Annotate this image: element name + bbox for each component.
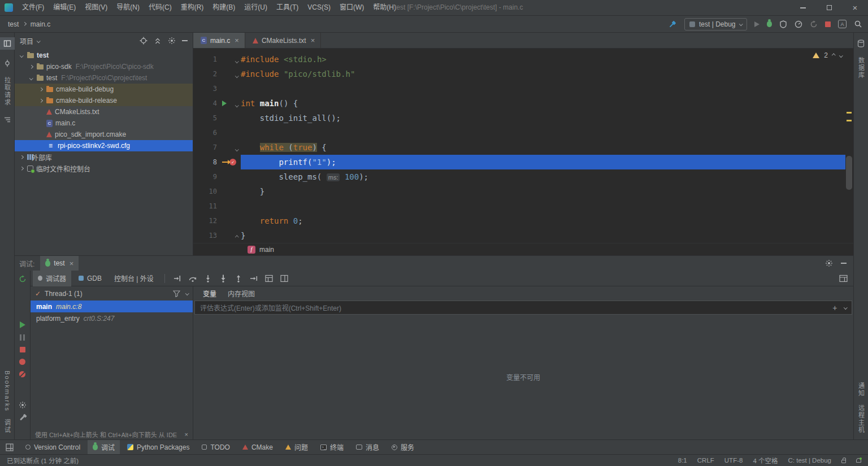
fold-icon[interactable] (236, 143, 238, 152)
editor-tab[interactable]: main.c× (193, 33, 245, 48)
tool-window-button-vc[interactable]: Version Control (20, 440, 85, 455)
fold-icon[interactable] (236, 69, 238, 79)
tree-item[interactable]: pico-sdkF:\Project\Pico\C\pico-sdk (15, 61, 193, 72)
tool-pull-requests-button[interactable]: 拉取请求 (3, 77, 12, 106)
menu-item[interactable]: 窗口(W) (335, 0, 368, 15)
menu-item[interactable]: VCS(S) (303, 0, 335, 15)
pause-program-icon[interactable] (20, 334, 25, 341)
variables-tab[interactable]: 变量 (198, 289, 222, 298)
tool-window-button-cmk[interactable]: CMake (237, 440, 278, 455)
build-hammer-icon[interactable] (668, 20, 677, 29)
collapse-all-icon[interactable] (154, 37, 162, 45)
tool-database-button[interactable] (854, 37, 868, 50)
search-everywhere-button[interactable] (854, 20, 862, 28)
close-tip-icon[interactable]: × (185, 431, 188, 438)
tree-item[interactable]: test (15, 50, 193, 61)
tool-commit-button[interactable] (0, 57, 15, 69)
tree-toggle-icon[interactable] (37, 99, 45, 102)
debug-toolbar-tab[interactable]: 调试器 (33, 271, 71, 286)
tool-window-button-term[interactable]: 终端 (315, 440, 349, 455)
fold-icon[interactable] (236, 55, 238, 64)
notifications-bell-icon[interactable] (856, 458, 861, 463)
tool-window-button-svc[interactable]: 服务 (387, 440, 419, 455)
tree-item[interactable]: 外部库 (15, 151, 193, 163)
stop-icon[interactable] (20, 347, 25, 352)
chevron-down-icon[interactable] (37, 39, 40, 42)
tree-item[interactable]: CMakeLists.txt (15, 106, 193, 117)
hide-panel-icon[interactable] (841, 263, 847, 264)
tool-debug-button[interactable]: 调试 (3, 419, 12, 434)
code-line[interactable]: 12 return 0; (193, 214, 845, 228)
layout-settings-button[interactable] (839, 275, 848, 282)
code-line[interactable]: 2#include "pico/stdlib.h" (193, 67, 845, 81)
debug-toolbar-tab[interactable]: 控制台 | 外设 (109, 271, 159, 286)
tree-toggle-icon[interactable] (18, 167, 25, 170)
run-button[interactable] (754, 21, 760, 27)
tool-structure-button[interactable] (0, 114, 15, 126)
code-line[interactable]: 8✓ printf("1"); (193, 155, 845, 169)
thread-selector[interactable]: ✓ Thread-1 (1) (31, 286, 193, 300)
indent-size[interactable]: 4 个空格 (753, 456, 778, 465)
next-issue-icon[interactable] (839, 54, 843, 57)
tree-toggle-icon[interactable] (28, 77, 35, 80)
minimize-button[interactable] (790, 0, 816, 15)
debug-settings-gear-icon[interactable] (19, 401, 27, 409)
code-line[interactable]: 3 (193, 81, 845, 96)
maximize-button[interactable] (816, 0, 842, 15)
step-into-button[interactable] (201, 272, 215, 285)
tool-window-button-msg[interactable]: 消息 (351, 440, 384, 455)
tree-item[interactable]: cmake-build-release (15, 95, 193, 106)
rerun-button[interactable] (810, 20, 818, 28)
code-line[interactable]: 9 sleep_ms( ms: 100); (193, 169, 845, 184)
line-ending[interactable]: CRLF (697, 457, 714, 464)
tool-window-button-warn[interactable]: 问题 (280, 440, 313, 455)
fold-icon[interactable] (236, 231, 238, 240)
tool-window-button-bug[interactable]: 调试 (88, 440, 120, 455)
fold-icon[interactable] (236, 99, 238, 108)
warning-stripe-mark[interactable] (847, 112, 852, 114)
status-message[interactable]: 已到达断点 (1 分钟 之前) (7, 456, 79, 465)
project-panel-title[interactable]: 项目 (20, 36, 33, 46)
mute-breakpoints-icon[interactable] (19, 371, 25, 377)
tree-toggle-icon[interactable] (18, 54, 25, 57)
file-encoding[interactable]: UTF-8 (724, 457, 743, 464)
close-button[interactable]: × (842, 0, 868, 15)
inspections-widget[interactable]: 2 (813, 51, 842, 59)
error-stripe-scrollbar[interactable] (845, 49, 853, 243)
run-to-cursor-button[interactable] (247, 272, 261, 285)
tool-remote-host-button[interactable]: 远程主机 (857, 404, 866, 434)
stop-button[interactable] (825, 21, 831, 27)
variables-tab[interactable]: 内存视图 (223, 289, 260, 298)
scrollbar-thumb[interactable] (846, 156, 852, 190)
code-line[interactable]: 1#include <stdio.h> (193, 52, 845, 67)
menu-item[interactable]: 构建(B) (208, 0, 240, 15)
menu-item[interactable]: 工具(T) (272, 0, 303, 15)
tree-item[interactable]: rpi-pico-stlinkv2-swd.cfg (15, 140, 193, 151)
code-line[interactable]: 5 stdio_init_all(); (193, 111, 845, 125)
menu-item[interactable]: 视图(V) (80, 0, 112, 15)
split-view-button[interactable] (277, 272, 291, 285)
tree-toggle-icon[interactable] (18, 156, 25, 159)
show-execution-point-button[interactable] (171, 272, 184, 285)
pin-tab-icon[interactable] (20, 415, 25, 420)
tree-item[interactable]: 临时文件和控制台 (15, 163, 193, 174)
tool-window-switcher-icon[interactable] (3, 441, 16, 454)
coverage-button[interactable] (779, 20, 787, 28)
status-run-config[interactable]: C: test | Debug (788, 457, 832, 464)
menu-item[interactable]: 运行(U) (240, 0, 272, 15)
code-line[interactable]: 13} (193, 228, 845, 243)
chevron-down-icon[interactable] (185, 291, 189, 295)
tab-close-icon[interactable]: × (70, 259, 74, 268)
settings-gear-icon[interactable] (825, 259, 833, 267)
menu-item[interactable]: 编辑(E) (49, 0, 80, 15)
code-line[interactable]: 4int main() { (193, 96, 845, 111)
force-step-into-button[interactable] (216, 272, 230, 285)
code-line[interactable]: 7 while (true) { (193, 140, 845, 155)
table-view-button[interactable] (262, 272, 276, 285)
tool-window-button-py[interactable]: Python Packages (122, 440, 194, 455)
debug-session-tab[interactable]: test × (40, 256, 79, 271)
menu-item[interactable]: 导航(N) (112, 0, 144, 15)
warning-stripe-mark[interactable] (847, 120, 852, 121)
run-config-select[interactable]: test | Debug (684, 18, 747, 31)
add-watch-icon[interactable]: + (832, 304, 837, 312)
